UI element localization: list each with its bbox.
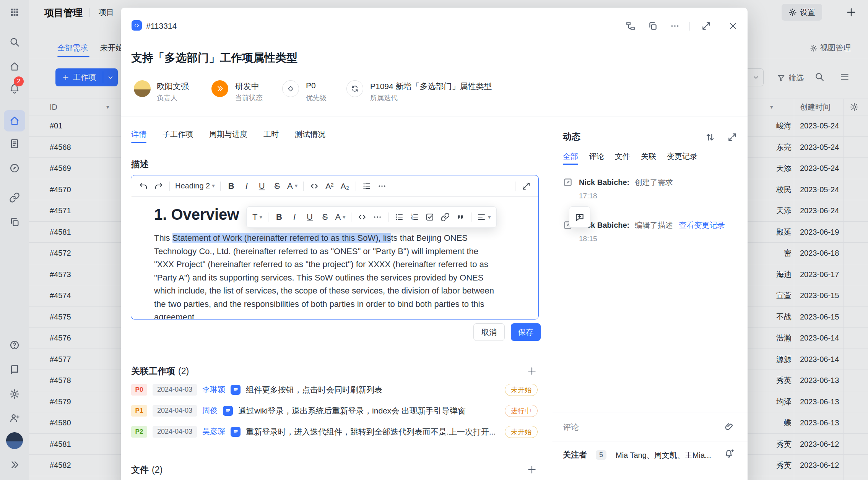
linked-item-title[interactable]: 组件更多按钮，点击时会同时刷新列表: [246, 384, 499, 395]
insert-link-button[interactable]: [438, 210, 452, 224]
activity-time: 18:15: [579, 235, 597, 243]
superscript-button[interactable]: A²: [323, 179, 336, 193]
assignee-link[interactable]: 李琳颖: [202, 384, 225, 395]
bold-button[interactable]: B: [272, 210, 286, 224]
add-comment-on-selection-button[interactable]: [569, 206, 590, 228]
linked-item-title[interactable]: 通过wiki登录，退出系统后重新登录，index会 出现新手引导弹窗: [238, 405, 499, 416]
cancel-button[interactable]: 取消: [473, 323, 505, 341]
copy-icon[interactable]: [648, 21, 658, 31]
assignee-value[interactable]: 欧阳文强: [157, 81, 189, 92]
tab-details[interactable]: 详情: [131, 129, 146, 139]
tab-work-hours[interactable]: 工时: [263, 129, 279, 139]
linked-item-row[interactable]: P1 2024-04-03 周俊 通过wiki登录，退出系统后重新登录，inde…: [131, 400, 538, 421]
linked-item-title[interactable]: 重新登录时，进入迭代组件，跳转到全部迭代列表而不是.上一次打开...: [246, 426, 499, 437]
status-icon: [211, 80, 228, 97]
priority-diamond-icon: [282, 80, 299, 97]
underline-button[interactable]: U: [255, 179, 269, 193]
expand-modal-icon[interactable]: [701, 21, 711, 31]
text-color-button[interactable]: A▾: [286, 179, 299, 193]
modal-header-divider: [121, 117, 748, 117]
status-badge: 未开始: [505, 384, 538, 396]
followers-count-badge: 5: [596, 450, 606, 460]
view-changes-link[interactable]: 查看变更记录: [679, 221, 725, 229]
comment-divider: [552, 412, 748, 412]
activity-tabs: 全部 评论 文件 关联 变更记录: [563, 151, 697, 162]
activity-entry: Nick Babiche: 创建了需求: [579, 177, 673, 188]
activity-tab-comments[interactable]: 评论: [589, 151, 604, 162]
activity-tab-links[interactable]: 关联: [641, 151, 656, 162]
redo-icon[interactable]: [152, 179, 166, 193]
priority-value[interactable]: P0: [306, 81, 316, 90]
work-item-note-icon: [223, 406, 233, 416]
checklist-button[interactable]: [423, 210, 437, 224]
sprint-value[interactable]: P1094 新增「多选部门」属性类型: [370, 81, 492, 92]
tab-schedule-progress[interactable]: 周期与进度: [209, 129, 247, 139]
italic-button[interactable]: I: [288, 210, 301, 224]
text-color-button[interactable]: A▾: [333, 210, 347, 224]
subscript-button[interactable]: A₂: [338, 179, 352, 193]
activity-tab-changelog[interactable]: 变更记录: [667, 151, 697, 162]
code-button[interactable]: [307, 179, 321, 193]
files-count: (2): [152, 465, 163, 475]
due-date-chip: 2024-04-03: [153, 405, 197, 417]
panel-divider: [552, 117, 552, 480]
undo-icon[interactable]: [137, 179, 150, 193]
italic-button[interactable]: I: [240, 179, 254, 193]
save-button[interactable]: 保存: [511, 323, 541, 341]
active-activity-tab-underline: [563, 164, 578, 165]
sort-order-icon[interactable]: [705, 132, 715, 142]
blockquote-button[interactable]: [454, 210, 467, 224]
subscribe-bell-icon[interactable]: [724, 449, 734, 459]
align-select[interactable]: ▾: [475, 210, 493, 224]
more-tools-icon[interactable]: [371, 210, 384, 224]
linked-item-row[interactable]: P0 2024-04-03 李琳颖 组件更多按钮，点击时会同时刷新列表 未开始: [131, 379, 538, 400]
activity-action: 编辑了描述: [635, 221, 673, 229]
toolbar-divider: [268, 212, 268, 222]
chevron-down-icon: ▾: [343, 214, 346, 220]
comment-input[interactable]: [563, 420, 712, 435]
add-file-icon[interactable]: [527, 465, 537, 475]
edit-record-icon: [563, 177, 573, 187]
more-tools-icon[interactable]: [375, 179, 389, 193]
followers-names[interactable]: Mia Tang、周文凯、王Mia...: [616, 450, 714, 461]
bullet-list-button[interactable]: [392, 210, 406, 224]
linked-items-title: 关联工作项: [131, 366, 175, 376]
tab-sub-items[interactable]: 子工作项: [163, 129, 193, 139]
status-badge: 未开始: [505, 426, 538, 438]
document-paragraph: This Statement of Work (hereinafter refe…: [154, 232, 500, 319]
strikethrough-button[interactable]: S: [318, 210, 332, 224]
activity-time: 17:18: [579, 192, 597, 200]
text-style-select[interactable]: T▾: [250, 210, 264, 224]
activity-entry: Nick Babiche: 编辑了描述 查看变更记录: [579, 220, 725, 230]
activity-tab-all[interactable]: 全部: [563, 151, 578, 162]
hierarchy-tree-icon[interactable]: [626, 21, 636, 31]
assignee-link[interactable]: 周俊: [202, 405, 218, 416]
attach-file-paperclip-icon[interactable]: [724, 422, 734, 432]
strikethrough-button[interactable]: S: [270, 179, 284, 193]
bold-button[interactable]: B: [224, 179, 238, 193]
detail-tabs: 详情 子工作项 周期与进度 工时 测试情况: [131, 129, 325, 139]
fullscreen-editor-icon[interactable]: [519, 179, 533, 193]
work-item-detail-modal: #113314 支持「多选部门」工作项属性类型 欧阳文强 负责人 研发中 当前状…: [121, 8, 748, 480]
add-linked-item-icon[interactable]: [527, 366, 537, 376]
activity-tab-files[interactable]: 文件: [615, 151, 630, 162]
ordered-list-button[interactable]: [408, 210, 421, 224]
assignee-link[interactable]: 吴彦琛: [202, 426, 225, 437]
expand-activity-icon[interactable]: [727, 132, 737, 142]
linked-item-row[interactable]: P2 2024-04-03 吴彦琛 重新登录时，进入迭代组件，跳转到全部迭代列表…: [131, 421, 538, 442]
assignee-avatar[interactable]: [134, 80, 151, 97]
bullet-list-button[interactable]: [360, 179, 374, 193]
close-icon[interactable]: [728, 21, 738, 31]
underline-button[interactable]: U: [303, 210, 317, 224]
description-editor[interactable]: Heading 2▾ B I U S A▾ A² A₂ 1. Overview …: [131, 175, 539, 319]
status-value[interactable]: 研发中: [235, 81, 259, 92]
more-actions-icon[interactable]: [670, 21, 680, 31]
toolbar-divider: [515, 182, 515, 191]
work-item-title: 支持「多选部门」工作项属性类型: [131, 50, 297, 66]
tab-test-status[interactable]: 测试情况: [295, 129, 325, 139]
linked-items-count: (2): [178, 366, 189, 376]
linked-items-list: P0 2024-04-03 李琳颖 组件更多按钮，点击时会同时刷新列表 未开始 …: [131, 379, 538, 442]
heading-style-select[interactable]: Heading 2▾: [174, 179, 216, 193]
toolbar-divider: [388, 212, 388, 222]
code-button[interactable]: [355, 210, 369, 224]
